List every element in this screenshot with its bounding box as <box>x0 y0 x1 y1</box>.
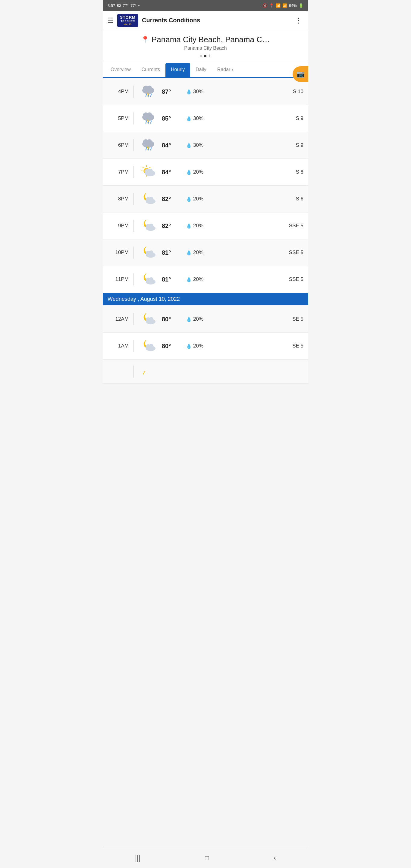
hourly-row-8pm: 8PM 82° 💧 20% S 6 <box>103 186 308 213</box>
dot-2[interactable] <box>204 55 207 57</box>
tab-overview[interactable]: Overview <box>105 63 136 78</box>
hour-icon-8pm <box>138 190 159 208</box>
svg-line-19 <box>151 148 151 150</box>
precip-value-11pm: 20% <box>193 276 203 282</box>
hour-divider <box>133 86 133 98</box>
hour-divider <box>133 193 133 205</box>
location-dots: + <box>103 53 308 59</box>
svg-point-2 <box>147 86 152 90</box>
header-title: Currents Conditions <box>142 17 200 24</box>
hour-icon-partial <box>138 363 159 381</box>
precip-value-6pm: 30% <box>193 142 203 148</box>
dot-1[interactable] <box>200 55 202 57</box>
hour-icon-7pm <box>138 163 159 181</box>
tab-currents[interactable]: Currents <box>136 63 165 78</box>
svg-point-47 <box>149 344 153 348</box>
hamburger-menu[interactable]: ☰ <box>107 17 114 24</box>
hour-icon-9pm <box>138 217 159 235</box>
drop-icon: 💧 <box>186 316 192 322</box>
location-main: 📍 Panama City Beach, Panama C… <box>103 35 308 44</box>
hour-temp-11pm: 81° <box>162 276 186 283</box>
precip-value-12am: 20% <box>193 316 203 322</box>
drop-icon: 💧 <box>186 250 192 255</box>
precip-value-8pm: 20% <box>193 196 203 202</box>
svg-point-38 <box>149 250 153 255</box>
status-time: 3:57 <box>107 3 115 8</box>
hour-time-8pm: 8PM <box>107 196 129 202</box>
hour-icon-11pm <box>138 270 159 288</box>
hourly-row-10pm: 10PM 81° 💧 20% SSE 5 <box>103 239 308 266</box>
hour-divider <box>133 247 133 258</box>
tab-daily[interactable]: Daily <box>190 63 212 78</box>
logo-tracker: TRACKER <box>121 20 135 23</box>
svg-point-29 <box>149 169 153 173</box>
hour-time-1am: 1AM <box>107 343 129 349</box>
precip-value-4pm: 30% <box>193 89 203 95</box>
camera-fab-button[interactable]: 📷 <box>292 66 308 82</box>
tab-radar[interactable]: Radar › <box>212 63 239 78</box>
hour-divider <box>133 139 133 151</box>
status-dot: • <box>138 3 140 8</box>
hour-divider <box>133 113 133 124</box>
hour-time-5pm: 5PM <box>107 116 129 121</box>
svg-line-10 <box>146 121 147 123</box>
drop-icon: 💧 <box>186 116 192 121</box>
hour-temp-7pm: 84° <box>162 169 186 176</box>
hourly-list: 4PM 87° 💧 30% S 10 5PM <box>103 79 308 293</box>
tab-radar-chevron: › <box>231 67 233 72</box>
drop-icon: 💧 <box>186 277 192 282</box>
status-signal-icon: 📶 <box>282 3 287 8</box>
hour-divider <box>133 166 133 178</box>
status-icon-photo: 🖼 <box>117 3 121 8</box>
hour-temp-12am: 80° <box>162 316 186 323</box>
hour-divider <box>133 366 133 378</box>
hour-precip-6pm: 💧 30% <box>186 142 213 148</box>
hourly-row-11pm: 11PM 81° 💧 20% SSE 5 <box>103 266 308 293</box>
drop-icon: 💧 <box>186 89 192 95</box>
add-location-button[interactable]: + <box>208 53 212 59</box>
hour-divider <box>133 313 133 325</box>
status-battery: 94% <box>289 3 297 8</box>
hour-precip-5pm: 💧 30% <box>186 116 213 121</box>
tab-hourly[interactable]: Hourly <box>165 63 190 78</box>
drop-icon: 💧 <box>186 196 192 202</box>
hour-time-6pm: 6PM <box>107 142 129 148</box>
hour-precip-10pm: 💧 20% <box>186 250 213 255</box>
status-battery-icon: 🔋 <box>298 3 304 8</box>
hour-precip-4pm: 💧 30% <box>186 89 213 95</box>
hour-divider <box>133 220 133 232</box>
hour-divider <box>133 340 133 352</box>
next-day-hourly-list: 12AM 80° 💧 20% SE 5 1AM <box>103 306 308 384</box>
hour-temp-8pm: 82° <box>162 195 186 203</box>
tab-radar-label: Radar <box>217 67 230 72</box>
hour-time-12am: 12AM <box>107 316 129 322</box>
hour-temp-4pm: 87° <box>162 88 186 95</box>
svg-point-9 <box>147 113 152 117</box>
svg-line-3 <box>146 94 147 96</box>
svg-point-41 <box>149 277 153 281</box>
svg-line-5 <box>151 94 151 96</box>
hour-wind-10pm: SSE 5 <box>213 250 304 255</box>
hour-time-9pm: 9PM <box>107 223 129 229</box>
hour-wind-7pm: S 8 <box>213 169 304 175</box>
precip-value-7pm: 20% <box>193 169 203 175</box>
hour-precip-7pm: 💧 20% <box>186 169 213 175</box>
more-options-button[interactable]: ⋮ <box>294 15 304 26</box>
hour-icon-4pm <box>138 83 159 101</box>
tabs-section: Overview Currents Hourly Daily Radar › <box>103 62 308 78</box>
hourly-row-9pm: 9PM 82° 💧 20% SSE 5 <box>103 213 308 239</box>
hour-wind-8pm: S 6 <box>213 196 304 202</box>
hourly-row-1am: 1AM 80° 💧 20% SE 5 <box>103 333 308 360</box>
svg-point-16 <box>147 139 152 144</box>
drop-icon: 💧 <box>186 343 192 349</box>
header-left: ☰ STORM TRACKER abc 13 Currents Conditio… <box>107 14 200 27</box>
precip-value-1am: 20% <box>193 343 203 349</box>
svg-line-26 <box>150 167 150 168</box>
location-section: 📍 Panama City Beach, Panama C… Panama Ci… <box>103 30 308 62</box>
hour-precip-1am: 💧 20% <box>186 343 213 349</box>
hour-time-7pm: 7PM <box>107 169 129 175</box>
hour-wind-11pm: SSE 5 <box>213 276 304 282</box>
hour-temp-6pm: 84° <box>162 142 186 149</box>
status-left: 3:57 🖼 77° 77° • <box>107 3 139 8</box>
svg-line-12 <box>151 121 151 123</box>
